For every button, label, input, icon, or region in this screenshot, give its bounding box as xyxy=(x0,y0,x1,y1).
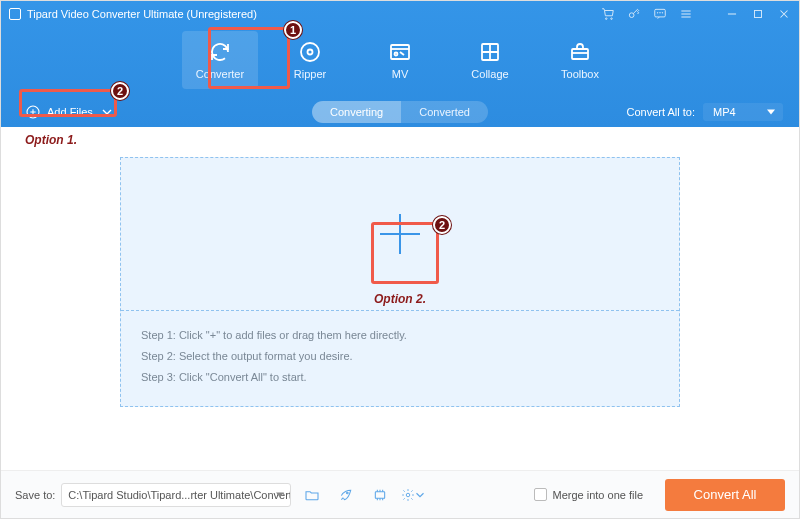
svg-rect-16 xyxy=(376,491,385,498)
step-text: Step 1: Click "+" to add files or drag t… xyxy=(141,325,659,346)
speed-boost-button[interactable] xyxy=(333,483,359,507)
checkbox-icon xyxy=(534,488,547,501)
toggle-converted[interactable]: Converted xyxy=(401,101,488,123)
tab-ripper[interactable]: Ripper xyxy=(272,31,348,89)
key-icon[interactable] xyxy=(627,7,641,21)
toolbox-icon xyxy=(568,40,592,64)
svg-point-15 xyxy=(347,492,349,494)
footer: Save to: C:\Tipard Studio\Tipard...rter … xyxy=(1,470,799,518)
tab-label: Collage xyxy=(471,68,508,80)
open-folder-button[interactable] xyxy=(299,483,325,507)
step-text: Step 3: Click "Convert All" to start. xyxy=(141,367,659,388)
tab-converter[interactable]: Converter xyxy=(182,31,258,89)
svg-rect-7 xyxy=(755,11,762,18)
tab-label: Converter xyxy=(196,68,244,80)
svg-point-11 xyxy=(395,53,398,56)
save-to-label: Save to: xyxy=(15,489,55,501)
svg-point-2 xyxy=(629,13,634,18)
settings-button[interactable] xyxy=(401,483,427,507)
maximize-icon[interactable] xyxy=(751,7,765,21)
close-icon[interactable] xyxy=(777,7,791,21)
step-text: Step 2: Select the output format you des… xyxy=(141,346,659,367)
main-tabs: Converter Ripper MV Collage Toolbox xyxy=(1,27,799,97)
tab-collage[interactable]: Collage xyxy=(452,31,528,89)
svg-point-9 xyxy=(308,50,313,55)
format-value: MP4 xyxy=(713,106,736,118)
annotation-label: Option 2. xyxy=(374,292,426,306)
plus-circle-icon xyxy=(25,104,41,120)
output-format-select[interactable]: MP4 xyxy=(703,103,783,121)
svg-point-4 xyxy=(657,13,658,14)
svg-point-1 xyxy=(611,18,613,20)
merge-checkbox[interactable]: Merge into one file xyxy=(534,488,644,501)
gpu-accel-button[interactable] xyxy=(367,483,393,507)
toggle-converting[interactable]: Converting xyxy=(312,101,401,123)
tab-label: MV xyxy=(392,68,409,80)
add-files-label: Add Files xyxy=(47,106,93,118)
chevron-down-icon xyxy=(99,104,115,120)
converter-icon xyxy=(208,40,232,64)
svg-rect-13 xyxy=(572,49,588,59)
menu-icon[interactable] xyxy=(679,7,693,21)
feedback-icon[interactable] xyxy=(653,7,667,21)
svg-point-5 xyxy=(660,13,661,14)
app-logo-icon xyxy=(9,8,21,20)
svg-point-17 xyxy=(407,493,411,497)
merge-label: Merge into one file xyxy=(553,489,644,501)
tab-mv[interactable]: MV xyxy=(362,31,438,89)
tab-label: Ripper xyxy=(294,68,326,80)
svg-point-6 xyxy=(662,13,663,14)
status-toggle: Converting Converted xyxy=(312,101,488,123)
annotation-label: Option 1. xyxy=(25,133,77,147)
convert-all-button[interactable]: Convert All xyxy=(665,479,785,511)
svg-point-8 xyxy=(301,43,319,61)
titlebar: Tipard Video Converter Ultimate (Unregis… xyxy=(1,1,799,27)
instructions: Step 1: Click "+" to add files or drag t… xyxy=(121,310,679,406)
save-path-value: C:\Tipard Studio\Tipard...rter Ultimate\… xyxy=(68,489,291,501)
convert-all-to-label: Convert All to: xyxy=(627,106,695,118)
add-files-button[interactable]: Add Files xyxy=(17,99,123,125)
app-title: Tipard Video Converter Ultimate (Unregis… xyxy=(27,8,257,20)
minimize-icon[interactable] xyxy=(725,7,739,21)
mv-icon xyxy=(388,40,412,64)
svg-point-0 xyxy=(605,18,607,20)
tab-label: Toolbox xyxy=(561,68,599,80)
dropzone[interactable]: Step 1: Click "+" to add files or drag t… xyxy=(120,157,680,407)
add-files-plus-button[interactable] xyxy=(370,204,430,264)
tab-toolbox[interactable]: Toolbox xyxy=(542,31,618,89)
cart-icon[interactable] xyxy=(601,7,615,21)
ripper-icon xyxy=(298,40,322,64)
save-path-select[interactable]: C:\Tipard Studio\Tipard...rter Ultimate\… xyxy=(61,483,291,507)
collage-icon xyxy=(478,40,502,64)
